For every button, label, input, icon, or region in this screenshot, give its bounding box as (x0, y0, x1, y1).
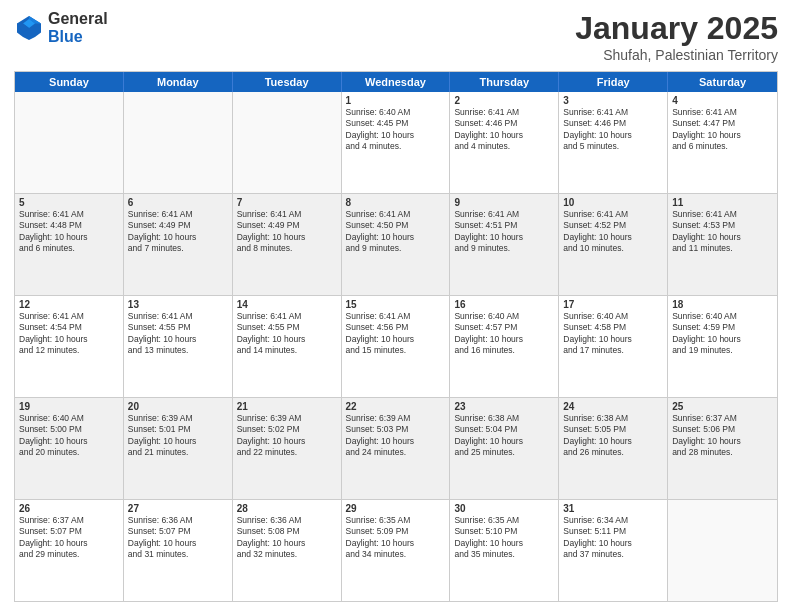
sunset-text: Sunset: 5:03 PM (346, 424, 446, 435)
day-number: 9 (454, 197, 554, 208)
day-number: 12 (19, 299, 119, 310)
weekday-header: Saturday (668, 72, 777, 92)
sunset-text: Sunset: 5:08 PM (237, 526, 337, 537)
day-number: 22 (346, 401, 446, 412)
daylight-text-2: and 4 minutes. (454, 141, 554, 152)
calendar-row: 19Sunrise: 6:40 AMSunset: 5:00 PMDayligh… (15, 398, 777, 500)
sunrise-text: Sunrise: 6:39 AM (346, 413, 446, 424)
daylight-text: Daylight: 10 hours (237, 232, 337, 243)
daylight-text-2: and 6 minutes. (19, 243, 119, 254)
calendar-cell: 28Sunrise: 6:36 AMSunset: 5:08 PMDayligh… (233, 500, 342, 601)
daylight-text-2: and 11 minutes. (672, 243, 773, 254)
sunset-text: Sunset: 4:48 PM (19, 220, 119, 231)
daylight-text: Daylight: 10 hours (672, 232, 773, 243)
day-number: 29 (346, 503, 446, 514)
title-section: January 2025 Shufah, Palestinian Territo… (575, 10, 778, 63)
sunset-text: Sunset: 4:57 PM (454, 322, 554, 333)
daylight-text-2: and 9 minutes. (454, 243, 554, 254)
month-title: January 2025 (575, 10, 778, 47)
day-number: 10 (563, 197, 663, 208)
sunrise-text: Sunrise: 6:41 AM (237, 311, 337, 322)
daylight-text-2: and 28 minutes. (672, 447, 773, 458)
calendar-cell: 21Sunrise: 6:39 AMSunset: 5:02 PMDayligh… (233, 398, 342, 499)
daylight-text-2: and 29 minutes. (19, 549, 119, 560)
sunrise-text: Sunrise: 6:35 AM (454, 515, 554, 526)
sunset-text: Sunset: 4:56 PM (346, 322, 446, 333)
day-number: 2 (454, 95, 554, 106)
daylight-text-2: and 34 minutes. (346, 549, 446, 560)
daylight-text-2: and 8 minutes. (237, 243, 337, 254)
daylight-text-2: and 4 minutes. (346, 141, 446, 152)
daylight-text: Daylight: 10 hours (672, 334, 773, 345)
calendar-cell: 27Sunrise: 6:36 AMSunset: 5:07 PMDayligh… (124, 500, 233, 601)
daylight-text: Daylight: 10 hours (19, 436, 119, 447)
sunset-text: Sunset: 5:06 PM (672, 424, 773, 435)
daylight-text-2: and 37 minutes. (563, 549, 663, 560)
calendar-cell: 26Sunrise: 6:37 AMSunset: 5:07 PMDayligh… (15, 500, 124, 601)
sunset-text: Sunset: 4:59 PM (672, 322, 773, 333)
day-number: 13 (128, 299, 228, 310)
day-number: 1 (346, 95, 446, 106)
calendar-header: SundayMondayTuesdayWednesdayThursdayFrid… (15, 72, 777, 92)
sunrise-text: Sunrise: 6:40 AM (19, 413, 119, 424)
sunset-text: Sunset: 5:09 PM (346, 526, 446, 537)
daylight-text-2: and 10 minutes. (563, 243, 663, 254)
sunrise-text: Sunrise: 6:38 AM (454, 413, 554, 424)
daylight-text: Daylight: 10 hours (237, 436, 337, 447)
day-number: 20 (128, 401, 228, 412)
daylight-text: Daylight: 10 hours (19, 538, 119, 549)
day-number: 24 (563, 401, 663, 412)
sunset-text: Sunset: 5:11 PM (563, 526, 663, 537)
calendar-cell: 31Sunrise: 6:34 AMSunset: 5:11 PMDayligh… (559, 500, 668, 601)
calendar-body: 1Sunrise: 6:40 AMSunset: 4:45 PMDaylight… (15, 92, 777, 601)
sunrise-text: Sunrise: 6:41 AM (454, 209, 554, 220)
calendar-cell: 4Sunrise: 6:41 AMSunset: 4:47 PMDaylight… (668, 92, 777, 193)
daylight-text: Daylight: 10 hours (454, 334, 554, 345)
calendar-cell: 12Sunrise: 6:41 AMSunset: 4:54 PMDayligh… (15, 296, 124, 397)
logo: General Blue (14, 10, 108, 45)
sunset-text: Sunset: 4:58 PM (563, 322, 663, 333)
weekday-header: Friday (559, 72, 668, 92)
weekday-header: Monday (124, 72, 233, 92)
sunrise-text: Sunrise: 6:41 AM (128, 209, 228, 220)
day-number: 31 (563, 503, 663, 514)
logo-text: General Blue (48, 10, 108, 45)
calendar-cell: 13Sunrise: 6:41 AMSunset: 4:55 PMDayligh… (124, 296, 233, 397)
weekday-header: Tuesday (233, 72, 342, 92)
sunrise-text: Sunrise: 6:40 AM (563, 311, 663, 322)
daylight-text: Daylight: 10 hours (563, 232, 663, 243)
daylight-text: Daylight: 10 hours (128, 232, 228, 243)
daylight-text-2: and 5 minutes. (563, 141, 663, 152)
calendar-cell: 8Sunrise: 6:41 AMSunset: 4:50 PMDaylight… (342, 194, 451, 295)
daylight-text-2: and 6 minutes. (672, 141, 773, 152)
logo-blue: Blue (48, 28, 108, 46)
sunrise-text: Sunrise: 6:41 AM (346, 209, 446, 220)
sunset-text: Sunset: 4:47 PM (672, 118, 773, 129)
daylight-text: Daylight: 10 hours (19, 232, 119, 243)
sunset-text: Sunset: 5:07 PM (19, 526, 119, 537)
daylight-text-2: and 31 minutes. (128, 549, 228, 560)
daylight-text: Daylight: 10 hours (672, 130, 773, 141)
sunrise-text: Sunrise: 6:41 AM (563, 107, 663, 118)
calendar-cell: 18Sunrise: 6:40 AMSunset: 4:59 PMDayligh… (668, 296, 777, 397)
day-number: 23 (454, 401, 554, 412)
day-number: 21 (237, 401, 337, 412)
daylight-text-2: and 22 minutes. (237, 447, 337, 458)
sunset-text: Sunset: 5:00 PM (19, 424, 119, 435)
sunrise-text: Sunrise: 6:39 AM (237, 413, 337, 424)
daylight-text-2: and 25 minutes. (454, 447, 554, 458)
daylight-text-2: and 19 minutes. (672, 345, 773, 356)
day-number: 6 (128, 197, 228, 208)
sunset-text: Sunset: 5:07 PM (128, 526, 228, 537)
daylight-text: Daylight: 10 hours (563, 334, 663, 345)
calendar-cell: 15Sunrise: 6:41 AMSunset: 4:56 PMDayligh… (342, 296, 451, 397)
location: Shufah, Palestinian Territory (575, 47, 778, 63)
calendar-cell: 11Sunrise: 6:41 AMSunset: 4:53 PMDayligh… (668, 194, 777, 295)
day-number: 8 (346, 197, 446, 208)
sunrise-text: Sunrise: 6:41 AM (563, 209, 663, 220)
day-number: 30 (454, 503, 554, 514)
calendar-cell: 7Sunrise: 6:41 AMSunset: 4:49 PMDaylight… (233, 194, 342, 295)
day-number: 3 (563, 95, 663, 106)
calendar-cell: 9Sunrise: 6:41 AMSunset: 4:51 PMDaylight… (450, 194, 559, 295)
calendar-cell: 3Sunrise: 6:41 AMSunset: 4:46 PMDaylight… (559, 92, 668, 193)
